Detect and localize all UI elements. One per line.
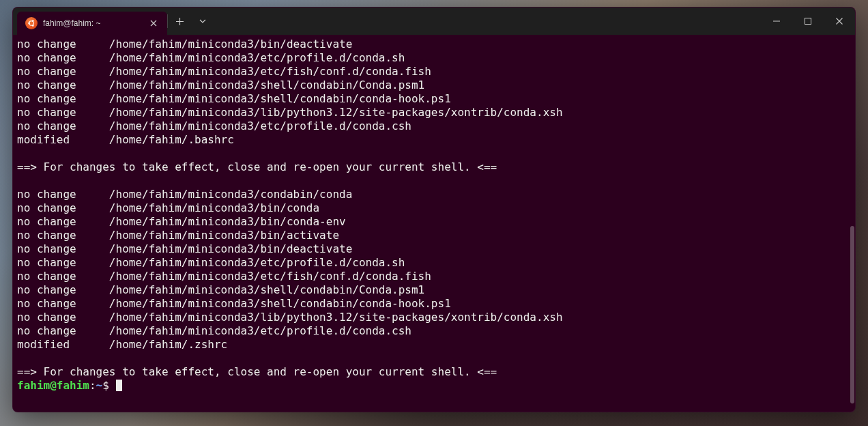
close-tab-button[interactable] (148, 18, 159, 29)
prompt-colon: : (89, 379, 96, 392)
new-tab-button[interactable] (168, 8, 191, 35)
prompt-user-host: fahim@fahim (17, 379, 89, 392)
prompt-line: fahim@fahim:~$ (17, 379, 851, 393)
prompt-path: ~ (96, 379, 103, 392)
terminal-body[interactable]: no change /home/fahim/miniconda3/bin/dea… (13, 35, 855, 412)
maximize-button[interactable] (792, 8, 824, 35)
tab-dropdown-button[interactable] (191, 8, 214, 35)
tab-title: fahim@fahim: ~ (43, 18, 143, 28)
minimize-button[interactable] (761, 8, 792, 35)
scrollbar-thumb[interactable] (850, 226, 854, 403)
terminal-window: fahim@fahim: ~ no change /home/fah (12, 7, 856, 412)
titlebar-drag-area[interactable] (214, 8, 761, 35)
svg-rect-4 (805, 18, 811, 25)
cursor (116, 380, 122, 391)
window-close-button[interactable] (824, 8, 855, 35)
window-controls (761, 8, 855, 35)
terminal-output: no change /home/fahim/miniconda3/bin/dea… (17, 38, 851, 379)
ubuntu-logo-icon (25, 17, 38, 29)
titlebar: fahim@fahim: ~ (13, 8, 855, 35)
tab-active[interactable]: fahim@fahim: ~ (17, 12, 167, 35)
prompt-dollar: $ (102, 379, 115, 392)
